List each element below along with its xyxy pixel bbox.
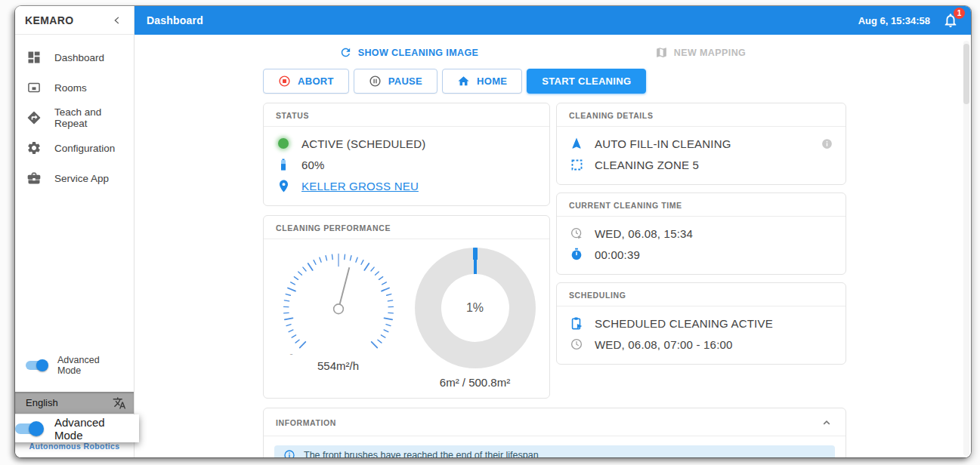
information-title: INFORMATION	[276, 418, 336, 427]
scheduling-window-label: WED, 06.08, 07:00 - 16:00	[595, 338, 733, 351]
content-scroll-area: SHOW CLEANING IMAGE NEW MAPPING ABO	[134, 35, 971, 457]
page-title: Dashboard	[147, 14, 203, 26]
location-pin-icon	[277, 179, 291, 193]
location-link[interactable]: KELLER GROSS NEU	[301, 180, 419, 192]
toggle-knob	[36, 359, 48, 371]
language-selector[interactable]: English	[15, 392, 134, 414]
brand-tagline: Autonomous Robotics	[15, 442, 134, 451]
map-icon	[655, 46, 668, 59]
notification-badge: 1	[954, 8, 965, 19]
sidebar-item-label: Service App	[54, 173, 109, 184]
performance-card-title: CLEANING PERFORMANCE	[276, 223, 391, 232]
scheduling-title: SCHEDULING	[569, 291, 626, 300]
advanced-mode-toggle[interactable]	[26, 361, 47, 370]
navigation-icon	[570, 137, 583, 150]
current-cleaning-time-card: CURRENT CLEANING TIME WED, 06.08, 15:34 …	[556, 192, 846, 275]
sidebar-menu: Dashboard Rooms Teach and Repeat Configu…	[15, 35, 134, 193]
scheduling-state-label: SCHEDULED CLEANING ACTIVE	[595, 317, 773, 330]
collapse-sidebar-icon[interactable]	[110, 14, 124, 27]
pause-label: PAUSE	[388, 75, 422, 87]
datetime-label: Aug 6, 15:34:58	[858, 15, 930, 26]
elapsed-time-label: 00:00:39	[595, 248, 640, 261]
sidebar-item-configuration[interactable]: Configuration	[15, 133, 134, 163]
home-icon	[457, 75, 470, 88]
donut-chart: 1%	[415, 248, 536, 368]
brand-logo: KEMARO	[25, 14, 74, 26]
home-button[interactable]: HOME	[442, 69, 522, 94]
cleaning-details-title: CLEANING DETAILS	[569, 111, 654, 120]
clock-icon	[570, 337, 583, 351]
sidebar-item-label: Configuration	[54, 143, 115, 154]
new-mapping-button[interactable]: NEW MAPPING	[655, 46, 746, 59]
status-state-row: ACTIVE (SCHEDULED)	[276, 133, 537, 154]
cleaning-details-card: CLEANING DETAILS AUTO FILL-IN CLEANING	[556, 103, 846, 185]
pause-circle-icon	[369, 75, 382, 88]
configuration-gear-icon	[26, 140, 42, 156]
toggle-knob	[29, 421, 44, 436]
service-app-briefcase-icon	[26, 171, 42, 186]
cleaning-mode-row: AUTO FILL-IN CLEANING	[569, 133, 833, 154]
status-card: STATUS ACTIVE (SCHEDULED) 60%	[263, 103, 550, 206]
clipboard-play-icon	[570, 316, 584, 331]
pause-button[interactable]: PAUSE	[354, 69, 437, 94]
information-message: The front brushes have reached the end o…	[304, 450, 539, 457]
information-row: The front brushes have reached the end o…	[274, 445, 835, 457]
sidebar-item-dashboard[interactable]: Dashboard	[15, 42, 134, 72]
main-area: Dashboard Aug 6, 15:34:58 1 SHOW CL	[134, 6, 971, 457]
scrollbar-thumb[interactable]	[963, 44, 969, 104]
info-icon[interactable]	[821, 137, 833, 150]
stop-circle-icon	[278, 75, 291, 88]
status-active-dot-icon	[278, 138, 289, 149]
start-cleaning-button[interactable]: START CLEANING	[527, 69, 646, 94]
show-cleaning-image-label: SHOW CLEANING IMAGE	[358, 48, 479, 58]
battery-icon	[277, 158, 290, 171]
translate-icon	[113, 396, 126, 410]
elapsed-time-row: 00:00:39	[569, 244, 833, 265]
teach-repeat-icon	[26, 110, 42, 125]
abort-button[interactable]: ABORT	[263, 69, 349, 94]
donut-caption-label: 6m² / 500.8m²	[440, 376, 510, 389]
sidebar-item-rooms[interactable]: Rooms	[15, 72, 134, 103]
battery-row: 60%	[276, 154, 537, 175]
zone-dashed-square-icon	[570, 159, 583, 171]
notifications-button[interactable]: 1	[942, 12, 959, 29]
cleaning-performance-card: CLEANING PERFORMANCE 05001000 554m²/h 1%	[263, 215, 550, 399]
location-row: KELLER GROSS NEU	[276, 175, 537, 196]
status-state-label: ACTIVE (SCHEDULED)	[301, 137, 425, 150]
rooms-icon	[26, 80, 42, 95]
abort-label: ABORT	[298, 75, 334, 87]
gauge-chart: 05001000	[264, 244, 413, 358]
topbar: Dashboard Aug 6, 15:34:58 1	[134, 6, 971, 35]
stopwatch-icon	[570, 248, 583, 261]
svg-text:1000: 1000	[379, 353, 394, 355]
performance-gauge: 05001000 554m²/h	[270, 244, 407, 389]
clock-play-icon	[570, 226, 583, 240]
start-cleaning-label: START CLEANING	[542, 75, 631, 87]
cleaning-zone-row: CLEANING ZONE 5	[569, 154, 833, 175]
cleaning-zone-label: CLEANING ZONE 5	[595, 159, 699, 171]
advanced-mode-toggle-large[interactable]	[15, 423, 42, 434]
performance-donut: 1% 6m² / 500.8m²	[407, 244, 543, 389]
sidebar-item-teach-and-repeat[interactable]: Teach and Repeat	[15, 103, 134, 133]
advanced-mode-label: Advanced Mode	[57, 355, 123, 376]
show-cleaning-image-button[interactable]: SHOW CLEANING IMAGE	[339, 46, 479, 59]
advanced-mode-row: Advanced Mode	[15, 351, 134, 380]
scheduling-card: SCHEDULING SCHEDULED CLEANING ACTIVE WED…	[556, 282, 846, 365]
start-time-label: WED, 06.08, 15:34	[595, 227, 693, 240]
start-time-row: WED, 06.08, 15:34	[569, 223, 833, 244]
refresh-icon	[339, 46, 352, 59]
dashboard-icon	[26, 50, 42, 65]
sidebar-item-service-app[interactable]: Service App	[15, 163, 134, 193]
new-mapping-label: NEW MAPPING	[674, 48, 746, 58]
language-label: English	[26, 397, 58, 408]
scheduling-window-row: WED, 06.08, 07:00 - 16:00	[569, 334, 833, 355]
svg-text:0: 0	[289, 353, 293, 355]
sidebar-header: KEMARO	[15, 6, 134, 35]
sidebar-item-label: Dashboard	[54, 52, 104, 63]
advanced-mode-tooltip: Advanced Mode	[15, 414, 139, 442]
collapse-information-icon[interactable]	[820, 416, 833, 430]
information-card: INFORMATION The front brushes have reach…	[263, 408, 846, 457]
sidebar: KEMARO Dashboard Rooms Teach and Repeat …	[15, 6, 134, 457]
advanced-mode-tooltip-label: Advanced Mode	[54, 416, 128, 442]
battery-level-label: 60%	[301, 159, 325, 171]
